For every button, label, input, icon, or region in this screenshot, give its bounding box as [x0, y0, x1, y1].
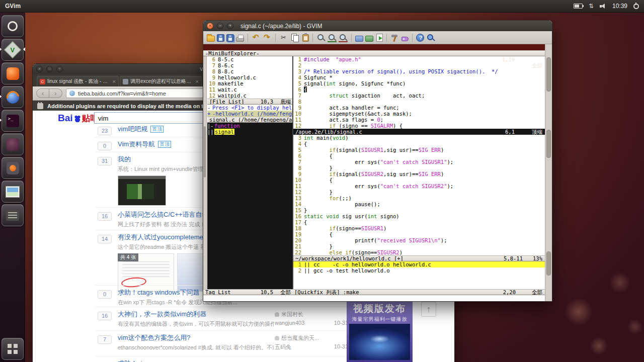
software-center-tile[interactable] [2, 62, 24, 84]
launcher-item-media-player[interactable] [0, 156, 25, 179]
signal-c-buffer[interactable]: 1#include "apue.h"23/* Reliable version … [293, 56, 545, 129]
left-scrollbar[interactable] [203, 56, 207, 289]
tag-list-pane[interactable]: |-function ||signal [207, 123, 292, 289]
ubuntu-one-tile[interactable] [2, 133, 24, 155]
last-reply-name[interactable]: wangjun403 [275, 320, 304, 326]
browser-tab-2[interactable]: 调用exce的进程可以忽略信... × [120, 76, 202, 86]
image-viewer-tile[interactable] [2, 180, 24, 203]
launcher-item-firefox[interactable] [0, 85, 25, 108]
maximize-button[interactable]: + [56, 66, 63, 72]
fold-marker[interactable]: + [207, 111, 212, 117]
launcher-item-image-viewer[interactable] [0, 179, 25, 203]
close-button[interactable]: × [207, 23, 213, 29]
launcher-item-terminal[interactable] [0, 109, 25, 132]
post-title-link[interactable]: 求助！vim... [118, 359, 153, 362]
file-list-row[interactable]: 9helloworld.c [207, 74, 292, 80]
tab-close-icon[interactable]: × [113, 78, 116, 84]
launcher-item-file-manager[interactable] [0, 203, 25, 226]
cut-icon[interactable] [279, 33, 288, 42]
file-list-row[interactable]: 10makefile [207, 80, 292, 86]
forward-button[interactable]: › [49, 88, 62, 98]
power-indicator-icon[interactable] [633, 4, 639, 9]
scroll-to-top-button[interactable] [421, 302, 436, 317]
minimize-button[interactable]: − [46, 66, 53, 72]
post-title-link[interactable]: 大神们，求一款类似vim的利器 [118, 310, 206, 319]
open-icon[interactable] [207, 36, 215, 42]
launcher-item-workspace-switcher[interactable] [0, 337, 25, 360]
browser-tab-1[interactable]: C linux signal 函数 - 酱油 - 博... × [37, 76, 119, 86]
vim-command-line[interactable] [203, 295, 545, 301]
file-list-row[interactable]: 68-5.c [207, 56, 292, 62]
help-find-icon[interactable] [426, 33, 435, 42]
find-replace-icon[interactable] [316, 33, 326, 42]
save-all-icon[interactable] [226, 34, 234, 42]
file-list-row[interactable]: 11wait.c [207, 86, 292, 93]
right-pane[interactable]: 1#include "apue.h"23/* Reliable version … [293, 56, 545, 289]
scrollbar-thumb[interactable] [546, 130, 551, 158]
find-next-icon[interactable] [328, 33, 337, 42]
maximize-button[interactable]: + [227, 23, 233, 29]
post-thumbnail[interactable] [118, 175, 166, 206]
sidebar-ad[interactable]: 视频版发布 海量宅男福利一键播放 [347, 301, 413, 362]
build-tags-icon[interactable] [401, 37, 409, 41]
buffer-list-entry[interactable]: +-helloworld.c (/home/fengpeng [207, 111, 292, 117]
run-script-icon[interactable] [376, 34, 383, 42]
redo-icon[interactable] [263, 33, 272, 42]
active-app-name[interactable]: GVim [5, 3, 21, 10]
media-player-tile[interactable] [2, 157, 24, 179]
make-icon[interactable] [390, 33, 399, 42]
clock-indicator[interactable]: 10:39 [612, 3, 627, 10]
help-icon[interactable] [416, 34, 424, 42]
helloworld-c-buffer[interactable]: 3int main(void)4{5 if(signal(SIGUSR1,sig… [293, 135, 545, 255]
battery-indicator-icon[interactable] [574, 4, 583, 9]
sound-indicator-icon[interactable] [600, 3, 606, 9]
save-icon[interactable] [217, 34, 224, 42]
undo-icon[interactable] [252, 33, 261, 42]
file-list[interactable]: 68-5.c78-6.c88-8.c9helloworld.c10makefil… [207, 56, 292, 99]
tag-line[interactable]: ||signal [207, 129, 292, 135]
baidu-tieba-logo[interactable]: Bai 贴吧 [58, 113, 99, 124]
post-title-link[interactable]: 我的 [118, 155, 131, 164]
load-session-icon[interactable] [355, 36, 363, 42]
launcher-item-gvim[interactable] [0, 38, 25, 61]
launcher-item-ubuntu-one[interactable] [0, 132, 25, 155]
scrollbar-thumb[interactable] [546, 251, 551, 276]
post-title-link[interactable]: 求助！ctags windows下问题 [118, 288, 200, 297]
terminal-tile[interactable] [2, 110, 24, 132]
back-button[interactable]: ‹ [36, 88, 49, 98]
save-session-icon[interactable] [365, 36, 373, 42]
post-title-link[interactable]: vim这个配色方案怎么用? [118, 333, 190, 342]
last-reply-name[interactable]: 五码兔 [275, 343, 291, 351]
minimize-button[interactable]: − [217, 23, 223, 29]
quickfix-window[interactable]: 1|| cc -c -o helloworld.o helloworld.c2|… [293, 261, 545, 289]
file-list-row[interactable]: 78-6.c [207, 62, 292, 68]
vim-text-area[interactable]: [4:helloworld.c]*+[8:signal.c]* 1,19 全部 … [203, 44, 552, 301]
paste-icon[interactable] [302, 34, 309, 42]
find-prev-icon[interactable] [339, 33, 348, 42]
minibufexplorer-line[interactable]: [4:helloworld.c]*+[8:signal.c]* 1,19 全部 [203, 44, 545, 50]
workspace-switcher-tile[interactable] [2, 338, 24, 360]
copy-icon[interactable] [290, 33, 299, 42]
file-list-row[interactable]: 12waitpid.c [207, 93, 292, 99]
post-title-link[interactable]: vim吧吧规 [118, 125, 147, 134]
file-list-row[interactable]: 88-8.c [207, 68, 292, 74]
fold-marker[interactable]: - [207, 105, 212, 111]
dash-home-tile[interactable] [2, 15, 24, 37]
launcher-item-dash-home[interactable] [0, 14, 25, 37]
close-button[interactable]: × [36, 66, 43, 72]
author-name[interactable]: 想当魔鬼的天... [281, 334, 319, 342]
network-indicator-icon[interactable]: ⇅ [589, 3, 594, 9]
post-title-link[interactable]: Vim资料导航 [118, 140, 155, 149]
left-pane[interactable]: 68-5.c78-6.c88-8.c9helloworld.c10makefil… [207, 56, 292, 289]
tag-name[interactable]: signal [214, 129, 234, 135]
right-scrollbar[interactable] [545, 44, 552, 301]
launcher-item-software-center[interactable] [0, 61, 25, 84]
scrollbar-thumb[interactable] [546, 57, 551, 92]
file-manager-tile[interactable] [2, 204, 24, 226]
tab-close-icon[interactable]: × [196, 78, 199, 84]
fold-marker[interactable]: |- [207, 123, 214, 129]
author-name[interactable]: 米国村长 [281, 311, 303, 318]
gvim-tile[interactable] [2, 39, 24, 61]
print-icon[interactable] [236, 37, 244, 42]
firefox-tile[interactable] [2, 86, 24, 108]
